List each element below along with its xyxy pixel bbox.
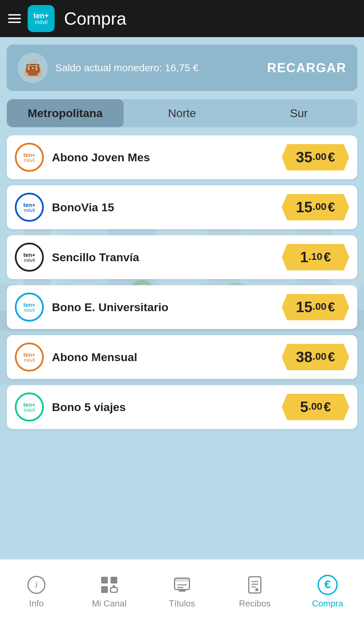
recibos-icon (244, 574, 266, 596)
product-left: ten+ móvil BonoVia 15 (15, 193, 114, 222)
price-badge-abono-mensual: 38.00 € (282, 344, 349, 370)
info-icon: i (26, 574, 47, 596)
nav-item-titulos[interactable]: Títulos (146, 569, 218, 614)
product-name-bonovia-15: BonoVia 15 (52, 201, 114, 214)
tabs-container: Metropolitana Norte Sur (7, 99, 357, 127)
tab-norte[interactable]: Norte (124, 99, 241, 127)
nav-label-recibos: Recibos (239, 598, 271, 609)
tab-metropolitana[interactable]: Metropolitana (7, 99, 124, 127)
svg-rect-37 (249, 577, 261, 593)
product-item-sencillo-tranvia[interactable]: ten+ móvil Sencillo Tranvía 1.10 € (7, 235, 357, 279)
recargar-button[interactable]: RECARGAR (267, 61, 346, 75)
product-left: ten+ móvil Bono 5 viajes (15, 392, 126, 422)
nav-label-compra: Compra (312, 598, 343, 609)
price-badge-abono-joven-mes: 35.00 € (282, 144, 349, 170)
product-name-abono-mensual: Abono Mensual (52, 351, 137, 364)
mi-canal-icon (98, 574, 120, 596)
product-name-bono-5-viajes: Bono 5 viajes (52, 401, 126, 414)
svg-rect-32 (175, 578, 189, 581)
price-badge-bono-5-viajes: 5.00 € (282, 394, 349, 420)
product-list: ten+ móvil Abono Joven Mes 35.00 € ten+ … (7, 135, 357, 429)
svg-text:€: € (325, 578, 331, 591)
app-logo: ten+ móvil (28, 5, 55, 32)
product-left: ten+ móvil Bono E. Universitario (15, 293, 169, 322)
tab-sur[interactable]: Sur (240, 99, 357, 127)
nav-item-mi-canal[interactable]: Mi Canal (73, 569, 146, 614)
product-logo-abono-joven-mes: ten+ móvil (15, 143, 44, 172)
nav-label-mi-canal: Mi Canal (92, 598, 127, 609)
wallet-icon: 👜 (18, 53, 48, 83)
price-badge-bono-universitario: 15.00 € (282, 294, 349, 320)
product-logo-bono-5-viajes: ten+ móvil (15, 392, 44, 422)
balance-left: 👜 Saldo actual monedero: 16,75 € (18, 53, 199, 83)
product-logo-bono-universitario: ten+ móvil (15, 293, 44, 322)
product-name-sencillo-tranvia: Sencillo Tranvía (52, 251, 139, 264)
svg-rect-26 (111, 577, 117, 584)
svg-rect-25 (101, 577, 108, 584)
nav-label-info: Info (29, 598, 43, 609)
nav-label-titulos: Títulos (169, 598, 195, 609)
nav-item-info[interactable]: i Info (0, 569, 73, 614)
logo-text-top: ten+ (33, 12, 49, 20)
balance-card: 👜 Saldo actual monedero: 16,75 € RECARGA… (7, 45, 357, 91)
svg-text:i: i (35, 579, 38, 590)
balance-info: Saldo actual monedero: 16,75 € (55, 62, 199, 74)
product-name-bono-universitario: Bono E. Universitario (52, 301, 169, 314)
svg-rect-28 (111, 588, 117, 592)
menu-icon[interactable] (8, 14, 21, 23)
product-item-abono-joven-mes[interactable]: ten+ móvil Abono Joven Mes 35.00 € (7, 135, 357, 179)
logo-text-bottom: móvil (35, 20, 47, 25)
product-logo-abono-mensual: ten+ móvil (15, 343, 44, 372)
page-title: Compra (64, 8, 126, 29)
product-item-bono-universitario[interactable]: ten+ móvil Bono E. Universitario 15.00 € (7, 285, 357, 329)
product-item-abono-mensual[interactable]: ten+ móvil Abono Mensual 38.00 € (7, 335, 357, 379)
compra-icon: € (317, 574, 338, 596)
bottom-nav: i Info Mi Canal (0, 559, 364, 623)
product-left: ten+ móvil Sencillo Tranvía (15, 243, 139, 272)
nav-item-compra[interactable]: € Compra (291, 569, 364, 614)
product-item-bonovia-15[interactable]: ten+ móvil BonoVia 15 15.00 € (7, 185, 357, 229)
product-item-bono-5-viajes[interactable]: ten+ móvil Bono 5 viajes 5.00 € (7, 385, 357, 429)
svg-rect-27 (101, 586, 108, 593)
product-left: ten+ móvil Abono Joven Mes (15, 143, 150, 172)
product-logo-sencillo-tranvia: ten+ móvil (15, 243, 44, 272)
titulos-icon (171, 574, 193, 596)
product-logo-bonovia-15: ten+ móvil (15, 193, 44, 222)
price-badge-bonovia-15: 15.00 € (282, 194, 349, 220)
product-name-abono-joven-mes: Abono Joven Mes (52, 151, 150, 164)
nav-item-recibos[interactable]: Recibos (218, 569, 291, 614)
balance-label: Saldo actual monedero: 16,75 € (55, 62, 199, 74)
top-bar: ten+ móvil Compra (0, 0, 364, 37)
price-badge-sencillo-tranvia: 1.10 € (282, 244, 349, 270)
product-left: ten+ móvil Abono Mensual (15, 343, 137, 372)
